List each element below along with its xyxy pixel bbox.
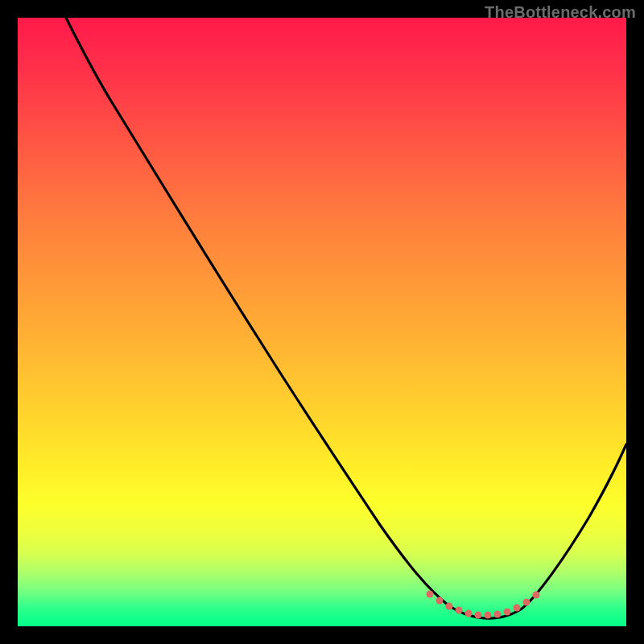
chart-container: TheBottleneck.com	[0, 0, 644, 644]
gradient-background	[18, 18, 626, 626]
plot-area	[18, 18, 626, 626]
watermark-text: TheBottleneck.com	[485, 3, 636, 22]
